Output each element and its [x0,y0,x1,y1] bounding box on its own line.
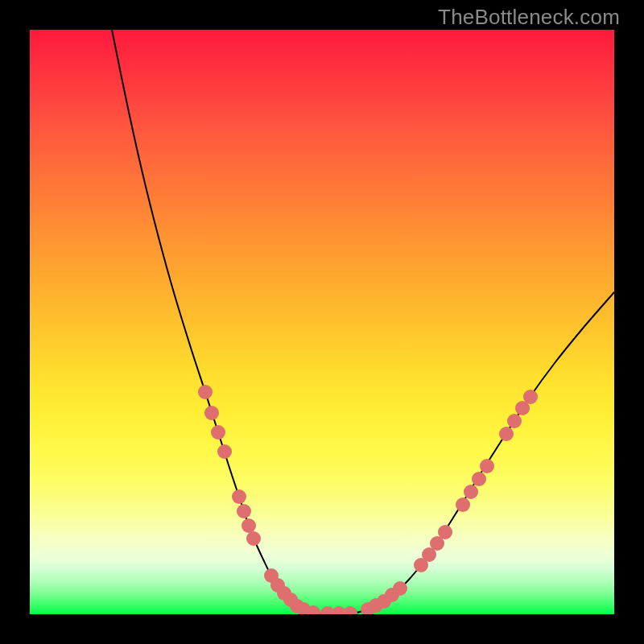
bottleneck-curve [112,30,614,613]
bead-marker [472,472,486,486]
bead-marker [438,525,452,539]
plot-area [30,30,614,614]
bead-group [198,385,538,614]
bead-marker [198,385,213,399]
bead-marker [507,414,522,428]
bead-marker [242,518,256,533]
bead-marker [464,485,478,499]
bead-marker [343,606,357,614]
bead-marker [393,581,407,596]
bead-marker [217,444,232,459]
bead-marker [204,406,219,420]
bead-marker [237,504,251,518]
bead-marker [480,459,494,473]
chart-frame: TheBottleneck.com [0,0,644,644]
bead-marker [523,390,538,404]
chart-svg [30,30,614,614]
bead-marker [211,425,225,440]
bead-marker [232,489,246,504]
bead-marker [246,531,261,546]
bead-marker [499,427,514,441]
bead-marker [456,497,470,512]
watermark-text: TheBottleneck.com [438,5,620,30]
